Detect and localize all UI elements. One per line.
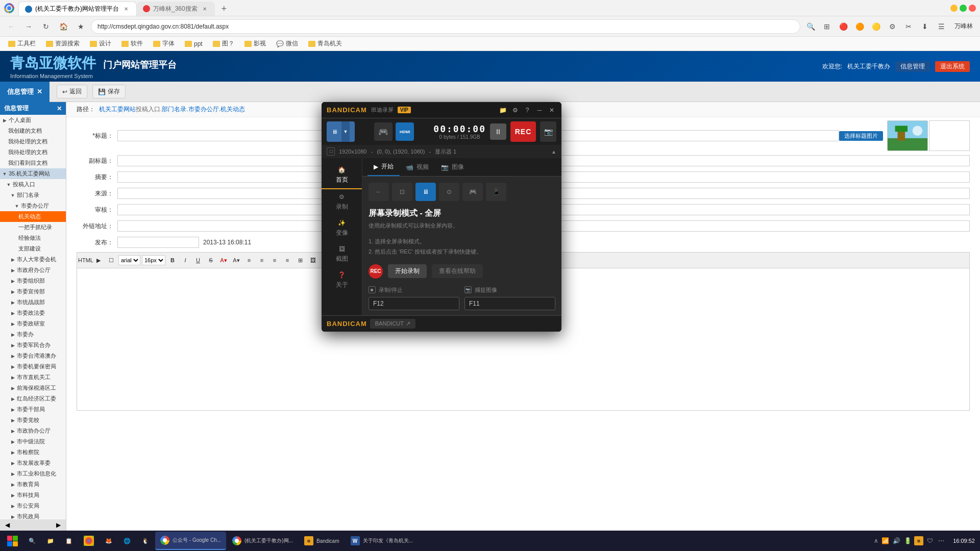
sidebar-item-party-committee[interactable]: ▼ 市委办公厅: [0, 201, 66, 211]
toolbar-source-btn[interactable]: ☐: [106, 255, 117, 266]
sidebar-item-red-island[interactable]: ▶ 红岛经济区工委: [0, 393, 66, 404]
sidebar-item-major-dept[interactable]: ▶ 市委机要保密局: [0, 361, 66, 372]
info-mgmt-tab[interactable]: 信息管理 ✕: [0, 82, 50, 102]
sidebar-item-org-dept[interactable]: ▶ 市委组织部: [0, 276, 66, 286]
toolbar-image-btn[interactable]: 🖼: [307, 255, 318, 266]
screenshot-button[interactable]: 📷: [540, 121, 556, 142]
bookmark-search[interactable]: 资源搜索: [42, 38, 84, 49]
taskbar-chrome1-active[interactable]: 公众号 - Google Ch...: [155, 532, 226, 550]
toolbar-table-btn[interactable]: ⊞: [295, 255, 306, 266]
rec-start-button[interactable]: REC: [510, 121, 536, 142]
taskbar-browser-icon2[interactable]: 🦊: [100, 532, 117, 550]
sidebar-item-submit[interactable]: ▼ 投稿入口: [0, 179, 66, 190]
toolbar-strikethrough-btn[interactable]: S: [205, 255, 216, 266]
taskbar-qq-icon[interactable]: 🐧: [137, 532, 154, 550]
bookmark-button[interactable]: ★: [74, 19, 88, 34]
sidebar-item-intermediate-court[interactable]: ▶ 市中级法院: [0, 436, 66, 447]
info-mgmt-btn[interactable]: 信息管理: [895, 61, 930, 72]
bandicam-sidenav-about[interactable]: ❓ 关于: [322, 267, 362, 293]
hotkey-record-input[interactable]: F12: [369, 297, 459, 310]
tab-cms-close[interactable]: ✕: [122, 5, 130, 13]
sidebar-item-dynamics[interactable]: 机关动态: [0, 211, 66, 222]
font-family-select[interactable]: arial: [118, 255, 140, 265]
bandicam-tab-image[interactable]: 📷 图像: [435, 158, 470, 176]
monitor-expand-btn[interactable]: ▲: [551, 149, 556, 155]
sidebar-item-one-hand[interactable]: 一把手抓纪录: [0, 222, 66, 233]
tab-cms[interactable]: (机关工委千教办)网站管理平台 ✕: [18, 2, 137, 16]
rec-mode-button[interactable]: 🖥 ▼: [327, 121, 355, 142]
toolbar-play-btn[interactable]: ▶: [93, 255, 104, 266]
mode-area-btn[interactable]: ⊡: [392, 183, 412, 201]
sidebar-item-desktop[interactable]: ▶ 个人桌面: [0, 115, 66, 126]
download-icon[interactable]: ⬇: [918, 19, 932, 34]
bandicam-file-btn[interactable]: 📁: [498, 106, 507, 115]
sidebar-item-dept[interactable]: ▼ 部门名录: [0, 190, 66, 201]
hdmi-mode-btn[interactable]: HDMI: [396, 122, 414, 141]
bandicam-sidenav-thumbnail[interactable]: 🖼 截图: [322, 241, 362, 267]
bookmark-wechat[interactable]: 💬 微信: [272, 38, 302, 49]
bandicam-tab-video[interactable]: 📹 视频: [400, 158, 435, 176]
taskbar-file2[interactable]: 📋: [60, 532, 78, 550]
mode-game-btn[interactable]: 🎮: [462, 183, 483, 201]
start-rec-label-btn[interactable]: 开始录制: [388, 264, 427, 278]
sidebar-item-unified-front[interactable]: ▶ 市统战战部: [0, 297, 66, 308]
bookmark-toolbar[interactable]: 工具栏: [4, 38, 40, 49]
mode-around-btn[interactable]: ⊙: [439, 183, 459, 201]
taskbar-bandicam[interactable]: B Bandicam: [299, 532, 344, 550]
bookmark-software[interactable]: 软件: [117, 38, 147, 49]
sidebar-item-procuratorate[interactable]: ▶ 市检察院: [0, 447, 66, 458]
bookmark-font[interactable]: 字体: [149, 38, 179, 49]
bookmark-qingdao[interactable]: 青岛机关: [304, 38, 346, 49]
minimize-button[interactable]: [950, 5, 958, 12]
scissors-icon[interactable]: ✂: [901, 19, 916, 34]
sidebar-item-pending1[interactable]: 我待处理的文档: [0, 136, 66, 147]
sidebar-item-policy-research[interactable]: ▶ 市委政研室: [0, 318, 66, 329]
sidebar-item-city-director[interactable]: ▶ 市市直机关工: [0, 372, 66, 383]
sidebar-item-tax-zone[interactable]: ▶ 前海保税港区工: [0, 383, 66, 393]
back-button[interactable]: ←: [4, 19, 18, 34]
ext2-icon[interactable]: 🟠: [852, 19, 867, 34]
rec-circle-button[interactable]: REC: [369, 264, 383, 279]
hotkey-capture-input[interactable]: F11: [464, 297, 555, 310]
publish-input[interactable]: [117, 237, 199, 248]
bandicam-help-btn[interactable]: ?: [523, 106, 532, 115]
start-button[interactable]: [2, 532, 22, 550]
bandicut-button[interactable]: BANDICUT ↗: [370, 319, 415, 329]
bookmark-film[interactable]: 影视: [240, 38, 270, 49]
menu-icon[interactable]: ☰: [934, 19, 948, 34]
sidebar-collapse-btn[interactable]: ✕: [57, 105, 62, 112]
ext3-icon[interactable]: 🟡: [869, 19, 883, 34]
tray-bandicam-icon[interactable]: B: [914, 536, 923, 545]
bookmark-ppt[interactable]: ppt: [181, 39, 207, 48]
sidebar-item-consultative[interactable]: ▶ 市政协办公厅: [0, 425, 66, 436]
tab-360[interactable]: 万峰林_360搜索 ✕: [137, 2, 215, 16]
maximize-button[interactable]: [960, 5, 967, 12]
game-mode-btn[interactable]: 🎮: [374, 122, 393, 141]
sidebar-item-propaganda[interactable]: ▶ 市委宣传部: [0, 286, 66, 297]
sidebar-item-science-tech[interactable]: ▶ 市科技局: [0, 490, 66, 500]
taskbar-explorer[interactable]: 📁: [42, 532, 59, 550]
close-button[interactable]: [969, 5, 976, 12]
sidebar-item-govt-office[interactable]: ▶ 市政府办公厅: [0, 265, 66, 276]
sidebar-item-general-office[interactable]: ▶ 市委办: [0, 329, 66, 340]
ext1-icon[interactable]: 🔴: [836, 19, 850, 34]
sidebar-item-taiwan-hk[interactable]: ▶ 市委台湾港澳办: [0, 350, 66, 361]
apps-icon[interactable]: ⊞: [820, 19, 834, 34]
sidebar-item-experience[interactable]: 经验做法: [0, 233, 66, 243]
rec-mode-dropdown[interactable]: ▼: [341, 121, 350, 142]
home-button[interactable]: 🏠: [56, 19, 70, 34]
bandicam-nav-home[interactable]: 🏠 首页: [322, 162, 362, 189]
taskbar-browser-icon1[interactable]: [79, 532, 99, 550]
tools-icon[interactable]: ⚙: [885, 19, 899, 34]
sidebar-item-pending2[interactable]: 我待处理的文档: [0, 147, 66, 158]
taskbar-browser3[interactable]: 🌐: [118, 532, 136, 550]
font-size-select[interactable]: 16px: [142, 255, 165, 265]
toolbar-align-center-btn[interactable]: ≡: [256, 255, 267, 266]
sidebar-item-public-security[interactable]: ▶ 市公安局: [0, 500, 66, 511]
bandicam-sidenav-effect[interactable]: ✨ 变像: [322, 215, 362, 241]
rec-pause-button[interactable]: ⏸: [490, 123, 506, 140]
mode-fullscreen-btn[interactable]: 🖥: [415, 183, 436, 201]
toolbar-italic-btn[interactable]: I: [180, 255, 191, 266]
toolbar-justify-btn[interactable]: ≡: [282, 255, 293, 266]
search-icon[interactable]: 🔍: [803, 19, 818, 34]
